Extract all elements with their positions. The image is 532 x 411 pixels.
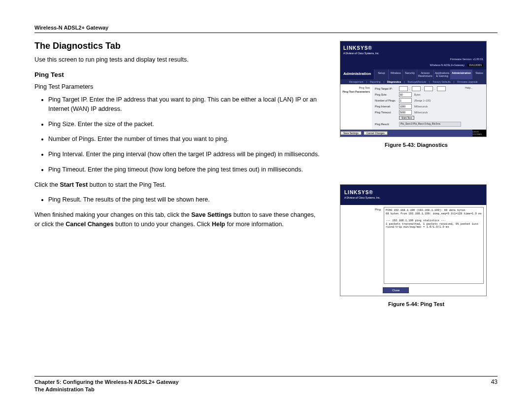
subtab-reporting[interactable]: Reporting: [370, 80, 381, 83]
page-footer: Chapter 5: Configuring the Wireless-N AD…: [34, 376, 498, 393]
target-ip-oct4[interactable]: [437, 86, 446, 91]
tab-wireless[interactable]: Wireless: [388, 69, 402, 79]
ping-interval-input[interactable]: [399, 104, 412, 109]
closing-mid2: button to undo your changes. Click: [113, 221, 211, 228]
cisco-logo: CISCO SYSTEMS: [472, 130, 486, 137]
figure43-caption: Figure 5-43: Diagnostics: [340, 142, 493, 148]
nav-label-administration: Administration: [340, 69, 374, 79]
param-ping-interval: Ping Interval. Enter the ping interval (…: [48, 150, 320, 159]
model-badge: WAG300N: [467, 64, 483, 67]
tab-administration[interactable]: Administration: [450, 69, 472, 79]
start-test-pre: Click the: [34, 181, 60, 188]
section-title: The Diagnostics Tab: [34, 41, 320, 51]
param-ping-size: Ping Size. Enter the size of the packet.: [48, 120, 320, 129]
ping-result-value: Pkt_Sent:0 Pkt_Recv:0 Avg_Rtt:0ms: [399, 122, 461, 127]
ping-interval-unit: Milliseconds: [414, 105, 428, 108]
lbl-ping-interval: Ping Interval:: [375, 105, 398, 108]
param-target-ip: Ping Target IP. Enter the IP address tha…: [48, 95, 320, 114]
tab-security[interactable]: Security: [402, 69, 417, 79]
param-num-pings: Number of Pings. Enter the number of tim…: [48, 135, 320, 144]
figure-ping-test: LINKSYS® A Division of Cisco Systems, In…: [340, 184, 487, 296]
cancel-changes-button[interactable]: Cancel Changes: [364, 131, 388, 135]
lbl-num-pings: Number of Pings:: [375, 99, 398, 102]
footer-chapter: Chapter 5: Configuring the Wireless-N AD…: [34, 378, 179, 386]
linksys-logo: LINKSYS®: [343, 45, 372, 51]
lbl-ping-timeout: Ping Timeout:: [375, 111, 398, 114]
param-ping-timeout: Ping Timeout. Enter the ping timeout (ho…: [48, 165, 320, 174]
closing-pre: When finished making your changes on thi…: [34, 211, 191, 218]
ping-size-unit: Bytes: [414, 93, 421, 96]
subtab-firmware-upgrade[interactable]: Firmware Upgrade: [457, 80, 477, 83]
closing-paragraph: When finished making your changes on thi…: [34, 210, 320, 229]
tab-access-restrictions[interactable]: Access Restrictions: [417, 69, 433, 79]
doc-header-product: Wireless-N ADSL2+ Gateway: [34, 25, 498, 31]
product-name: Wireless-N ADSL2+Gateway: [430, 64, 464, 67]
ping-size-input[interactable]: [399, 92, 412, 97]
num-pings-hint: (Range 1~100): [414, 99, 431, 102]
start-test-post: button to start the Ping Test.: [88, 181, 166, 188]
help-link[interactable]: Help...: [465, 86, 473, 89]
start-test-sentence: Click the Start Test button to start the…: [34, 180, 320, 190]
tab-status[interactable]: Status: [472, 69, 486, 79]
lbl-target-ip: Ping Target IP:: [375, 87, 398, 90]
linksys-subtext-44: A Division of Cisco Systems, Inc.: [344, 196, 482, 199]
start-test-bold: Start Test: [60, 181, 88, 188]
save-settings-button[interactable]: Save Settings: [340, 131, 362, 135]
target-ip-oct2[interactable]: [412, 86, 421, 91]
close-button[interactable]: Close: [383, 287, 409, 293]
linksys-subtext: A Division of Cisco Systems, Inc.: [343, 52, 483, 55]
tab-apps-gaming[interactable]: Applications & Gaming: [433, 69, 451, 79]
subtab-factory-defaults[interactable]: Factory Defaults: [432, 80, 450, 83]
closing-save: Save Settings: [191, 211, 232, 218]
lbl-ping-result: Ping Result:: [375, 123, 398, 126]
header-rule: [34, 33, 498, 33]
body-column: The Diagnostics Tab Use this screen to r…: [34, 41, 320, 318]
start-test-button[interactable]: Start Test: [399, 116, 414, 120]
param-ping-result: Ping Result. The results of the ping tes…: [48, 195, 320, 205]
intro-paragraph: Use this screen to run ping tests and di…: [34, 56, 320, 63]
ping-timeout-input[interactable]: [399, 110, 412, 115]
side-ping-label: Ping: [340, 205, 384, 286]
firmware-version: Firmware Version: v1.00.01: [450, 58, 483, 61]
subtab-diagnostics[interactable]: Diagnostics: [387, 80, 401, 83]
figure44-caption: Figure 5-44: Ping Test: [340, 301, 493, 307]
ping-timeout-unit: Milliseconds: [414, 111, 428, 114]
page-number: 43: [491, 378, 498, 385]
params-label: Ping Test Parameters: [34, 83, 320, 90]
param-list-1: Ping Target IP. Enter the IP address tha…: [34, 95, 320, 174]
closing-post: for more information.: [225, 221, 284, 228]
figure-diagnostics: LINKSYS® A Division of Cisco Systems, In…: [340, 41, 487, 137]
param-list-2: Ping Result. The results of the ping tes…: [34, 195, 320, 205]
linksys-logo-44: LINKSYS®: [344, 190, 373, 195]
ping-test-heading: Ping Test: [34, 71, 320, 78]
footer-tab: The Administration Tab: [34, 386, 179, 393]
footer-rule: [34, 376, 498, 377]
target-ip-oct3[interactable]: [424, 86, 433, 91]
tab-setup[interactable]: Setup: [374, 69, 388, 79]
target-ip-oct1[interactable]: [399, 86, 408, 91]
ping-terminal-output: PING 192.168.1.100 (192.168.1.100): 60 d…: [384, 207, 484, 284]
closing-cancel: Cancel Changes: [66, 221, 113, 228]
subtab-management[interactable]: Management: [349, 80, 363, 83]
side-ping-test: Ping Test: [340, 84, 372, 89]
closing-help: Help: [212, 221, 225, 228]
side-params-label: Ping Test Parameters: [340, 89, 372, 93]
subtab-backup-restore[interactable]: Backup&Restore: [408, 80, 427, 83]
lbl-ping-size: Ping Size:: [375, 93, 398, 96]
figure-column: LINKSYS® A Division of Cisco Systems, In…: [340, 41, 493, 318]
num-pings-input[interactable]: [399, 98, 412, 103]
